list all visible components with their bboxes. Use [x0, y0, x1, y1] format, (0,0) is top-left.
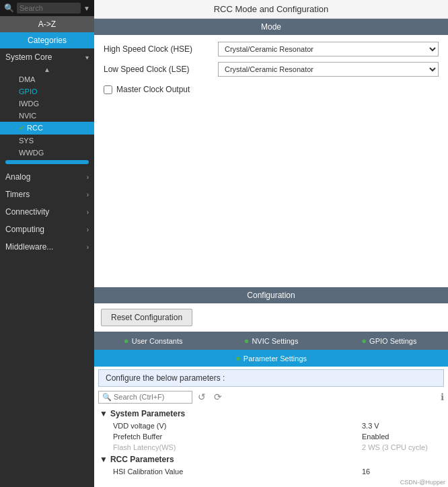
tab-nvic-settings[interactable]: ● NVIC Settings [212, 332, 330, 350]
refresh-icon-button[interactable]: ↺ [195, 390, 209, 404]
sidebar-item-iwdg[interactable]: IWDG [0, 98, 94, 110]
config-body: Reset Configuration ● User Constants ● N… [94, 303, 448, 487]
computing-label: Computing [5, 225, 44, 234]
sync-icon-button[interactable]: ⟳ [211, 390, 225, 404]
flash-latency-item: Flash Latency(WS) 2 WS (3 CPU cycle) [94, 442, 448, 453]
hse-row: High Speed Clock (HSE) Crystal/Ceramic R… [104, 42, 439, 57]
sidebar-item-middleware[interactable]: Middleware... › [0, 238, 94, 256]
flash-latency-name: Flash Latency(WS) [113, 443, 362, 451]
param-search-input[interactable] [114, 393, 188, 401]
sidebar-item-rcc[interactable]: ✔RCC [0, 122, 94, 135]
sidebar: 🔍 ▼ A->Z Categories System Core ▾ ▲ DMA … [0, 0, 94, 487]
lse-label: Low Speed Clock (LSE) [104, 65, 218, 74]
system-params-header[interactable]: ▼ System Parameters [94, 407, 448, 420]
config-section-header: Configuration [94, 287, 448, 303]
sidebar-item-dma[interactable]: DMA [0, 73, 94, 85]
vdd-voltage-value: 3.3 V [362, 422, 443, 430]
prefetch-buffer-item: Prefetch Buffer Enabled [94, 431, 448, 442]
gpio-settings-label: GPIO Settings [369, 337, 416, 345]
search-bar: 🔍 ▼ [0, 0, 94, 16]
sidebar-item-sys[interactable]: SYS [0, 135, 94, 147]
configure-label: Configure the below parameters : [98, 369, 444, 387]
connectivity-label: Connectivity [5, 207, 49, 217]
tabs-row: ● User Constants ● NVIC Settings ● GPIO … [94, 332, 448, 350]
rcc-check-icon: ✔ [19, 124, 25, 132]
prefetch-buffer-name: Prefetch Buffer [113, 433, 362, 441]
lse-row: Low Speed Clock (LSE) Crystal/Ceramic Re… [104, 62, 439, 77]
flash-latency-value: 2 WS (3 CPU cycle) [362, 443, 443, 451]
hsi-calibration-name: HSI Calibration Value [113, 467, 362, 476]
param-search-row: 🔍 ↺ ⟳ ℹ [94, 388, 448, 406]
master-clock-row: Master Clock Output [104, 82, 439, 97]
user-constants-label: User Constants [132, 337, 183, 345]
az-button[interactable]: A->Z [0, 16, 94, 32]
analog-chevron: › [87, 174, 89, 181]
main-content: RCC Mode and Configuration Mode High Spe… [94, 0, 448, 487]
params-list: ▼ System Parameters VDD voltage (V) 3.3 … [94, 406, 448, 478]
search-input[interactable] [17, 3, 81, 13]
system-core-label: System Core [5, 52, 52, 62]
up-arrow-icon: ▲ [44, 66, 50, 73]
param-search-icon: 🔍 [102, 393, 112, 402]
user-constants-check-icon: ● [124, 336, 129, 346]
hsi-calibration-item: HSI Calibration Value 16 [94, 466, 448, 477]
page-title: RCC Mode and Configuration [94, 0, 448, 19]
sidebar-item-wwdg[interactable]: WWDG [0, 147, 94, 159]
param-search-box: 🔍 [98, 391, 192, 404]
reset-config-button[interactable]: Reset Configuration [101, 309, 192, 326]
middleware-label: Middleware... [5, 242, 53, 252]
info-icon: ℹ [441, 391, 444, 402]
sidebar-item-gpio[interactable]: GPIO [0, 85, 94, 98]
system-core-section[interactable]: System Core ▾ [0, 48, 94, 66]
tab-gpio-settings[interactable]: ● GPIO Settings [330, 332, 448, 350]
middleware-chevron: › [87, 244, 89, 251]
hse-label: High Speed Clock (HSE) [104, 44, 218, 54]
search-icon: 🔍 [4, 3, 14, 13]
sidebar-item-timers[interactable]: Timers › [0, 186, 94, 203]
nvic-settings-label: NVIC Settings [252, 337, 298, 345]
categories-button[interactable]: Categories [0, 32, 94, 48]
system-params-chevron: ▼ [100, 409, 108, 418]
gpio-check-icon: ● [361, 336, 367, 346]
param-check-icon: ● [235, 353, 241, 363]
rcc-params-chevron: ▼ [100, 455, 108, 464]
rcc-params-label: RCC Parameters [110, 455, 174, 464]
nvic-check-icon: ● [244, 336, 250, 346]
sidebar-item-connectivity[interactable]: Connectivity › [0, 203, 94, 221]
mode-spacer [94, 104, 448, 287]
master-clock-label: Master Clock Output [116, 85, 190, 94]
hsi-calibration-value: 16 [362, 467, 443, 476]
mode-section-header: Mode [94, 19, 448, 35]
hse-select[interactable]: Crystal/Ceramic Resonator Disable BYPASS… [218, 42, 439, 57]
sidebar-item-analog[interactable]: Analog › [0, 168, 94, 186]
sidebar-item-nvic[interactable]: NVIC [0, 110, 94, 122]
rcc-params-header[interactable]: ▼ RCC Parameters [94, 453, 448, 466]
mode-section: High Speed Clock (HSE) Crystal/Ceramic R… [94, 35, 448, 104]
computing-chevron: › [87, 226, 89, 233]
system-core-items: DMA GPIO IWDG NVIC ✔RCC SYS WWDG [0, 73, 94, 159]
master-clock-checkbox[interactable] [104, 85, 112, 94]
sidebar-item-computing[interactable]: Computing › [0, 221, 94, 238]
vdd-voltage-item: VDD voltage (V) 3.3 V [94, 420, 448, 431]
analog-label: Analog [5, 172, 30, 182]
system-params-label: System Parameters [110, 409, 185, 418]
vdd-voltage-name: VDD voltage (V) [113, 422, 362, 430]
prefetch-buffer-value: Enabled [362, 433, 443, 441]
timers-label: Timers [5, 190, 30, 199]
connectivity-chevron: › [87, 209, 89, 216]
watermark: CSDN-@Hupper [94, 478, 448, 487]
chevron-down-icon: ▼ [83, 5, 90, 12]
lse-select[interactable]: Crystal/Ceramic Resonator Disable BYPASS… [218, 62, 439, 77]
tab-user-constants[interactable]: ● User Constants [94, 332, 212, 350]
sidebar-categories: Analog › Timers › Connectivity › Computi… [0, 168, 94, 256]
param-tab-label: Parameter Settings [244, 354, 307, 363]
sidebar-scrollbar[interactable] [5, 160, 89, 164]
timers-chevron: › [87, 191, 89, 198]
system-core-chevron: ▾ [85, 54, 89, 61]
param-settings-tab[interactable]: ● Parameter Settings [94, 350, 448, 367]
